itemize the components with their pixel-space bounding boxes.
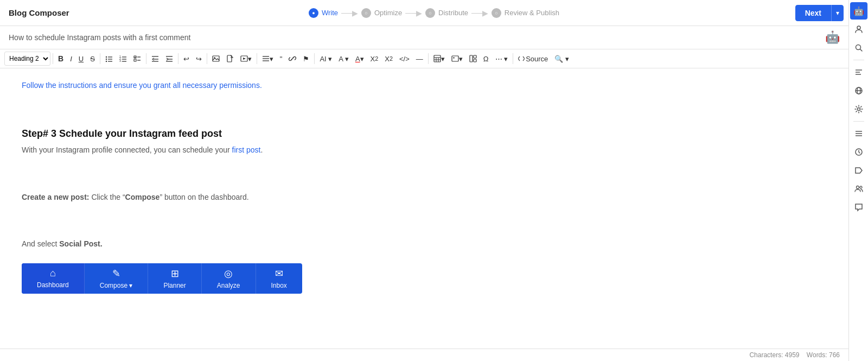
list-icon[interactable] — [850, 125, 867, 142]
code-button[interactable]: </> — [397, 52, 412, 66]
indent-button[interactable] — [163, 52, 176, 66]
characters-value: 4959 — [785, 351, 800, 359]
svg-point-18 — [106, 59, 107, 60]
header-actions: Next ▾ ✕ — [783, 5, 859, 21]
dashboard-label: Dashboard — [37, 281, 69, 289]
source-label: Source — [526, 55, 548, 63]
svg-text:3.: 3. — [119, 59, 122, 62]
source-button[interactable]: Source — [515, 52, 551, 66]
step-write[interactable]: ● Write — [309, 8, 338, 18]
status-bar: Characters: 4959 Words: 766 — [0, 349, 848, 361]
ordered-list-button[interactable]: 1.2.3. — [117, 52, 130, 66]
svg-point-15 — [860, 186, 862, 188]
dashboard-icon: ⌂ — [50, 268, 56, 279]
step-dot-distribute: ○ — [425, 8, 435, 18]
inbox-icon: ✉ — [275, 268, 283, 280]
analyze-label: Analyze — [217, 282, 240, 289]
media-button[interactable]: ▾ — [238, 52, 254, 66]
main-area: 🤖 Heading 2 Heading 1 Heading 3 Normal B… — [0, 26, 848, 361]
svg-rect-54 — [474, 55, 476, 58]
arrow-3: ──▶ — [471, 9, 488, 17]
svg-rect-40 — [227, 55, 232, 62]
strikethrough-button[interactable]: S — [87, 52, 98, 66]
editor-toolbar: Heading 2 Heading 1 Heading 3 Normal B I… — [0, 49, 848, 68]
planner-label: Planner — [163, 282, 186, 289]
users-icon[interactable] — [850, 21, 867, 38]
special-chars-button[interactable]: Ω — [481, 52, 492, 66]
step-write-label: Write — [322, 9, 338, 17]
characters-label: Characters: — [749, 351, 784, 359]
image2-button[interactable]: ▾ — [449, 52, 465, 66]
create-post-para: Create a new post: Click the “Compose” b… — [22, 191, 827, 203]
superscript-button[interactable]: X2 — [382, 52, 395, 66]
step-distribute[interactable]: ○ Distribute — [425, 8, 468, 18]
bottom-dashboard[interactable]: ⌂ Dashboard — [22, 263, 85, 294]
align-button[interactable]: ▾ — [259, 52, 276, 66]
history-icon[interactable] — [850, 143, 867, 161]
toolbar-sep-3 — [146, 53, 146, 64]
subscript-button[interactable]: X2 — [368, 52, 381, 66]
highlight-button[interactable]: A ▾ — [353, 52, 367, 66]
step-dot-write: ● — [309, 8, 318, 18]
toolbar-sep-2 — [100, 53, 100, 64]
find-button[interactable]: 🔍 ▾ — [552, 52, 572, 66]
link-button[interactable] — [286, 52, 299, 66]
bullet-list-button[interactable] — [103, 52, 116, 66]
svg-point-52 — [453, 57, 454, 58]
underline-button[interactable]: U — [76, 52, 86, 66]
ai-bot-icon[interactable]: 🤖 — [825, 30, 840, 45]
doc-title-input[interactable] — [9, 33, 819, 42]
bottom-compose[interactable]: ✎ Compose ▾ — [85, 263, 149, 294]
file-button[interactable] — [224, 52, 237, 66]
next-dropdown-button[interactable]: ▾ — [831, 5, 844, 21]
next-button[interactable]: Next — [795, 5, 831, 21]
step-optimize[interactable]: ○ Optimize — [361, 8, 402, 18]
undo-button[interactable]: ↩ — [181, 52, 192, 66]
svg-point-9 — [857, 108, 860, 111]
bottom-inbox[interactable]: ✉ Inbox — [256, 263, 302, 294]
toolbar-sep-7 — [314, 53, 315, 64]
label-icon[interactable] — [850, 162, 867, 179]
heading-select[interactable]: Heading 2 Heading 1 Heading 3 Normal — [4, 52, 50, 66]
step-heading: Step# 3 Schedule your Instagram feed pos… — [22, 128, 827, 140]
bold-button[interactable]: B — [55, 52, 66, 66]
ai-button[interactable]: AI ▾ — [317, 52, 335, 66]
flag-button[interactable]: ⚑ — [300, 52, 312, 66]
bot-icon[interactable]: 🤖 — [850, 2, 867, 20]
svg-rect-38 — [213, 56, 219, 61]
svg-line-2 — [860, 49, 862, 52]
gear-icon[interactable] — [850, 100, 867, 118]
image-button[interactable] — [209, 52, 222, 66]
hr-button[interactable]: — — [413, 52, 426, 66]
svg-rect-30 — [134, 59, 136, 61]
search-icon[interactable] — [850, 39, 867, 56]
font-color-button[interactable]: A ▾ — [336, 52, 352, 66]
bottom-planner[interactable]: ⊞ Planner — [148, 263, 201, 294]
layout-button[interactable] — [467, 52, 480, 66]
outdent-button[interactable] — [149, 52, 162, 66]
italic-button[interactable]: I — [67, 52, 75, 66]
people-icon[interactable] — [850, 180, 867, 198]
toolbar-sep-6 — [257, 53, 257, 64]
first-post-link[interactable]: first post — [232, 145, 261, 154]
blockquote-button[interactable]: " — [277, 52, 285, 66]
more-button[interactable]: ⋯ ▾ — [493, 52, 511, 66]
editor-content: Follow the instructions and ensure you g… — [0, 68, 848, 349]
bottom-bar-container: ⌂ Dashboard ✎ Compose ▾ ⊞ Planner ◎ Anal… — [22, 263, 827, 294]
redo-button[interactable]: ↪ — [193, 52, 205, 66]
globe-icon[interactable] — [850, 82, 867, 99]
step-review[interactable]: ○ Review & Publish — [492, 8, 559, 18]
step-distribute-label: Distribute — [438, 9, 468, 17]
planner-icon: ⊞ — [171, 268, 179, 280]
svg-point-0 — [857, 26, 860, 29]
compose-label: Compose ▾ — [100, 282, 133, 289]
outline-icon[interactable] — [850, 64, 867, 81]
svg-point-16 — [106, 56, 107, 58]
bottom-bar: ⌂ Dashboard ✎ Compose ▾ ⊞ Planner ◎ Anal… — [22, 263, 302, 294]
bottom-analyze[interactable]: ◎ Analyze — [202, 263, 256, 294]
table-button[interactable]: ▾ — [431, 52, 448, 66]
title-bar: 🤖 — [0, 26, 848, 49]
checklist-button[interactable] — [131, 52, 144, 66]
arrow-2: ──▶ — [405, 9, 422, 17]
chat-icon[interactable] — [850, 199, 867, 216]
